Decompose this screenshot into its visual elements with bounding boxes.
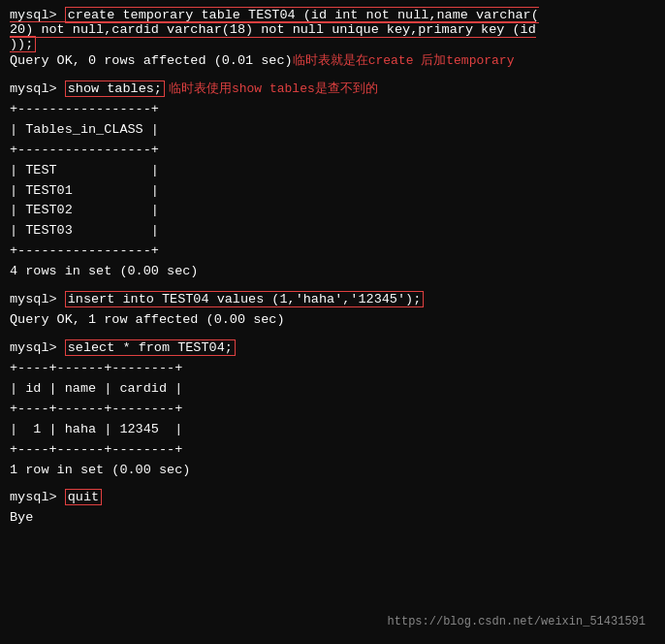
select-result-line-4: +----+------+--------+ xyxy=(10,440,655,461)
table-output-line-0: +-----------------+ xyxy=(10,100,655,120)
command-quit: mysql> quit xyxy=(10,488,655,508)
table-output-line-5: | TEST02 | xyxy=(10,201,655,221)
url-label: https://blog.csdn.net/weixin_51431591 xyxy=(388,615,646,628)
table-output-line-7: +-----------------+ xyxy=(10,242,655,262)
command-line-1: mysql> create temporary table TEST04 (id… xyxy=(10,8,655,51)
select-result-line-0: +----+------+--------+ xyxy=(10,359,655,379)
select-result-line-1: | id | name | cardid | xyxy=(10,379,655,400)
comment-show-tables: 临时表使用show tables是查不到的 xyxy=(169,81,378,96)
terminal-content: mysql> create temporary table TEST04 (id… xyxy=(10,8,655,529)
command-select: mysql> select * from TEST04; xyxy=(10,338,655,359)
table-output-line-6: | TEST03 | xyxy=(10,221,655,242)
select-result-line-2: +----+------+--------+ xyxy=(10,400,655,420)
command-text-show-tables: show tables; xyxy=(65,80,165,97)
table-output-line-3: | TEST | xyxy=(10,161,655,181)
select-result-line-5: 1 row in set (0.00 sec) xyxy=(10,461,655,481)
prompt-1: mysql> xyxy=(10,8,65,22)
output-line-query-ok-1: Query OK, 0 rows affected (0.01 sec)临时表就… xyxy=(10,51,655,72)
comment-temporary: 临时表就是在create 后加temporary xyxy=(293,53,515,68)
output-bye: Bye xyxy=(10,508,655,529)
terminal-window: mysql> create temporary table TEST04 (id… xyxy=(10,8,655,636)
command-show-tables: mysql> show tables;临时表使用show tables是查不到的 xyxy=(10,80,655,100)
table-output-line-1: | Tables_in_CLASS | xyxy=(10,120,655,141)
command-text-1: create temporary table TEST04 (id int no… xyxy=(10,7,539,52)
output-query-ok-2: Query OK, 1 row affected (0.00 sec) xyxy=(10,310,655,331)
command-text-quit: quit xyxy=(65,489,102,505)
command-text-select: select * from TEST04; xyxy=(65,339,236,356)
command-text-insert: insert into TEST04 values (1,'haha','123… xyxy=(65,291,425,307)
table-output-line-4: | TEST01 | xyxy=(10,181,655,202)
table-output-line-8: 4 rows in set (0.00 sec) xyxy=(10,262,655,282)
table-output-line-2: +-----------------+ xyxy=(10,141,655,161)
command-insert: mysql> insert into TEST04 values (1,'hah… xyxy=(10,290,655,310)
select-result-line-3: | 1 | haha | 12345 | xyxy=(10,420,655,440)
